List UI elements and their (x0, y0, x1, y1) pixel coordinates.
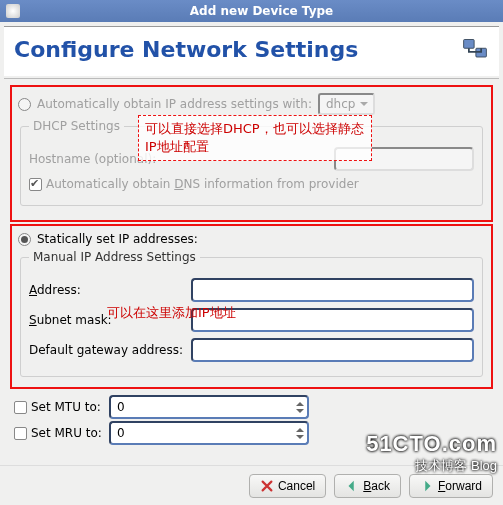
proto-combo[interactable]: dhcp (318, 93, 375, 115)
auto-radio[interactable] (18, 98, 31, 111)
forward-button-label: Forward (438, 479, 482, 493)
mtu-spinner[interactable]: 0 (109, 395, 309, 419)
button-bar: Cancel Back Forward (0, 465, 503, 505)
manual-ip-fieldset: Manual IP Address Settings Address: Subn… (20, 250, 483, 377)
app-icon (6, 4, 20, 18)
mru-value: 0 (113, 426, 305, 440)
proto-combo-value: dhcp (326, 97, 355, 111)
manual-ip-legend: Manual IP Address Settings (29, 250, 200, 264)
fwd-post: orward (445, 479, 482, 493)
hostname-input[interactable] (334, 147, 474, 171)
page-header: Configure Network Settings (4, 26, 499, 76)
mru-spinner[interactable]: 0 (109, 421, 309, 445)
subnet-label: Subnet mask: (29, 313, 187, 327)
subnet-input[interactable] (191, 308, 474, 332)
dhcp-settings-fieldset: DHCP Settings Hostname (optional): Autom… (20, 119, 483, 206)
window-title: Add new Device Type (26, 4, 497, 18)
gateway-label: Default gateway address: (29, 343, 187, 357)
forward-button[interactable]: Forward (409, 474, 493, 498)
client-area: Configure Network Settings Automatically… (0, 22, 503, 505)
gateway-input[interactable] (191, 338, 474, 362)
subnet-label-u: S (29, 313, 37, 327)
mru-checkbox[interactable] (14, 427, 27, 440)
auto-radio-label: Automatically obtain IP address settings… (37, 97, 312, 111)
cancel-icon (260, 479, 274, 493)
mtu-arrows[interactable] (296, 398, 304, 417)
page-title: Configure Network Settings (14, 37, 461, 62)
cancel-button-label: Cancel (278, 479, 315, 493)
address-label-u: A (29, 283, 37, 297)
titlebar: Add new Device Type (0, 0, 503, 22)
subnet-label-post: ubnet mask: (37, 313, 112, 327)
cancel-button[interactable]: Cancel (249, 474, 326, 498)
back-post: ack (371, 479, 390, 493)
back-button-label: Back (363, 479, 390, 493)
svg-rect-0 (464, 39, 475, 48)
static-radio[interactable] (18, 233, 31, 246)
hostname-label: Hostname (optional): (29, 152, 156, 166)
forward-icon (420, 479, 434, 493)
static-radio-label: Statically set IP addresses: (37, 232, 198, 246)
auto-config-section: Automatically obtain IP address settings… (10, 85, 493, 222)
mru-label: Set MRU to: (31, 426, 105, 440)
mtu-value: 0 (113, 400, 305, 414)
address-label-post: ddress: (37, 283, 81, 297)
mtu-checkbox[interactable] (14, 401, 27, 414)
back-icon (345, 479, 359, 493)
static-config-section: Statically set IP addresses: Manual IP A… (10, 224, 493, 389)
auto-dns-label-pre: Automatically obtain (46, 177, 174, 191)
auto-radio-row: Automatically obtain IP address settings… (18, 93, 485, 115)
network-icon (461, 36, 489, 64)
back-button[interactable]: Back (334, 474, 401, 498)
static-radio-row: Statically set IP addresses: (18, 232, 485, 246)
address-label: Address: (29, 283, 187, 297)
dhcp-legend: DHCP Settings (29, 119, 124, 133)
mru-arrows[interactable] (296, 424, 304, 443)
mtu-label: Set MTU to: (31, 400, 105, 414)
auto-dns-checkbox[interactable] (29, 178, 42, 191)
auto-dns-label-u: D (174, 177, 183, 191)
form-area: Automatically obtain IP address settings… (4, 78, 499, 465)
address-input[interactable] (191, 278, 474, 302)
auto-dns-label: Automatically obtain DNS information fro… (46, 177, 359, 191)
auto-dns-label-post: NS information from provider (184, 177, 359, 191)
